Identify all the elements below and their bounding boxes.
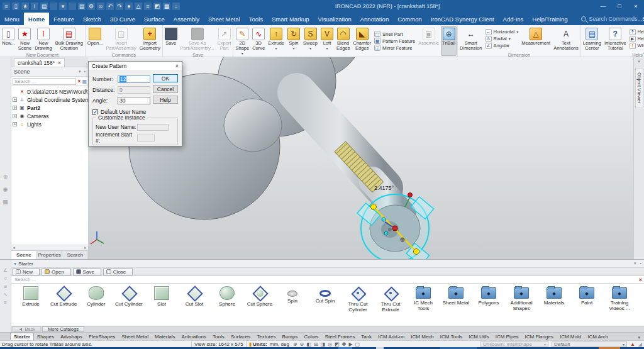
help-topics--button[interactable]: Help Topics... bbox=[630, 29, 644, 35]
dock-pin-icon[interactable]: ▾ bbox=[638, 59, 640, 64]
tree-item-cameras[interactable]: +◉Cameras bbox=[13, 112, 88, 120]
pan-icon[interactable]: ✚ bbox=[342, 341, 347, 347]
catalog-tab-icm-add-on[interactable]: ICM Add-on bbox=[375, 333, 408, 340]
expand-icon[interactable]: + bbox=[13, 106, 17, 110]
scene-pin-icon[interactable]: ▪ bbox=[84, 69, 86, 74]
menu-tab-tools[interactable]: Tools bbox=[245, 13, 267, 25]
export-part-button[interactable]: Export Part bbox=[216, 26, 233, 52]
select-mode-icon[interactable]: ▢ bbox=[355, 341, 360, 347]
save-as-part-assembly--button[interactable]: Save As Part/Assembly... bbox=[179, 26, 216, 52]
ok-button[interactable]: OK bbox=[153, 74, 178, 82]
menu-tab-3d-curve[interactable]: 3D Curve bbox=[106, 13, 140, 25]
spin-button[interactable]: Spin▾ bbox=[286, 26, 301, 56]
triball-button[interactable]: TriBall bbox=[441, 26, 457, 56]
angular-button[interactable]: Angular bbox=[486, 43, 519, 49]
maximize-icon[interactable]: □ bbox=[611, 0, 628, 13]
scene-search-clear-icon[interactable]: × bbox=[77, 78, 80, 84]
number-field[interactable]: 12 bbox=[118, 75, 150, 83]
catalog-tab-advshaps[interactable]: Advshaps bbox=[57, 333, 86, 340]
triball-handle[interactable] bbox=[371, 204, 377, 210]
object-viewer-tab[interactable]: Object Viewer bbox=[635, 68, 643, 108]
camera-mini-icon[interactable]: ◉ bbox=[3, 186, 8, 192]
help-button[interactable]: Help bbox=[153, 96, 178, 104]
app-menu-icon[interactable] bbox=[3, 3, 10, 10]
catalog-tab-icm-flanges[interactable]: ICM Flanges bbox=[522, 333, 557, 340]
layout-table-icon[interactable] bbox=[163, 3, 170, 10]
visibility-dropdown-icon[interactable]: ◎ bbox=[328, 341, 332, 347]
chamfer-edges-button[interactable]: Chamfer Edges bbox=[352, 26, 372, 56]
measurement-button[interactable]: Measurement bbox=[520, 26, 552, 52]
open--button[interactable]: Open... bbox=[86, 26, 104, 52]
scene-tab-properties[interactable]: Properties bbox=[37, 251, 63, 259]
new-scene-button[interactable]: New Scene bbox=[17, 26, 33, 52]
catalog-item-slot[interactable]: Slot bbox=[146, 286, 177, 307]
catalog-item-training-videos-[interactable]: Training Videos ... bbox=[604, 286, 635, 311]
catalog-item-cut-cylinder[interactable]: Cut Cylinder bbox=[113, 286, 145, 307]
link-icon[interactable] bbox=[97, 3, 104, 10]
menu-tab-common[interactable]: Common bbox=[393, 13, 426, 25]
mirror-feature-button[interactable]: Mirror Feature bbox=[374, 45, 415, 51]
expand-icon[interactable]: + bbox=[13, 114, 17, 118]
catalog-tab-icm-utils[interactable]: ICM Utils bbox=[465, 333, 492, 340]
render-style-dropdown[interactable]: Default▾ bbox=[552, 341, 627, 347]
menu-tab-sheet-metal[interactable]: Sheet Metal bbox=[204, 13, 245, 25]
catalog-tab-icm-pipes[interactable]: ICM Pipes bbox=[492, 333, 522, 340]
catalog-new-button[interactable]: New bbox=[13, 269, 40, 275]
open-icon[interactable] bbox=[50, 3, 57, 10]
interactive-tutorial-button[interactable]: Interactive Tutorial bbox=[603, 26, 628, 52]
catalog-item-additional-shapes[interactable]: Additional Shapes bbox=[506, 286, 537, 311]
3d-curve-button[interactable]: 3D Curve bbox=[251, 26, 266, 56]
open-recent-icon[interactable] bbox=[59, 3, 67, 10]
catalog-tab-tools[interactable]: Tools bbox=[209, 333, 228, 340]
catalog-tab-animations[interactable]: Animations bbox=[178, 333, 209, 340]
catalog-item-polygons[interactable]: Polygons bbox=[473, 286, 504, 306]
radial-button[interactable]: Radial▾ bbox=[486, 36, 519, 42]
catalog-close-button[interactable]: Close bbox=[103, 269, 133, 275]
catalog-tab-steel-frames[interactable]: Steel Frames bbox=[322, 333, 358, 340]
new--button[interactable]: New... bbox=[1, 26, 16, 52]
scene-tab-scene[interactable]: Scene bbox=[11, 251, 37, 259]
catalog-back-button[interactable]: ◄Back bbox=[13, 326, 41, 332]
catalog-item-cut-slot[interactable]: Cut Slot bbox=[179, 286, 210, 307]
catalog-tab-starter[interactable]: Starter bbox=[10, 333, 34, 340]
scene-tab-search[interactable]: Search bbox=[62, 251, 88, 259]
catalog-item-thru-cut-cylinder[interactable]: Thru Cut Cylinder bbox=[342, 286, 374, 313]
tree-item-part2[interactable]: +▣Part2 bbox=[13, 104, 88, 112]
help-tutorials-button[interactable]: Help Tutorials bbox=[630, 36, 644, 42]
menu-tab-ironcad-synergy-client[interactable]: IronCAD Synergy Client bbox=[426, 13, 499, 25]
tree-item-lights[interactable]: +☼Lights bbox=[13, 120, 88, 128]
save-icon[interactable] bbox=[69, 3, 76, 10]
diameter-tool-icon[interactable]: ⌀ bbox=[4, 284, 7, 289]
menu-tab-sketch[interactable]: Sketch bbox=[79, 13, 106, 25]
pattern-feature-button[interactable]: Pattern Feature bbox=[374, 38, 415, 44]
catalog-item-ic-mech-tools[interactable]: IC Mech Tools bbox=[408, 286, 439, 311]
menu-tab-smart-markup[interactable]: Smart Markup bbox=[267, 13, 314, 25]
print-icon[interactable] bbox=[78, 3, 86, 10]
what-s-new-button[interactable]: What's New bbox=[630, 43, 644, 49]
catalog-tab-textures[interactable]: Textures bbox=[253, 333, 279, 340]
tree-item-global-coordinat[interactable]: +⊥Global Coordinate System bbox=[13, 96, 88, 104]
blend-edges-button[interactable]: Blend Edges bbox=[335, 26, 351, 56]
catalog-tab-icm-mold[interactable]: ICM Mold bbox=[557, 333, 584, 340]
catalog-tab-bumps[interactable]: Bumps bbox=[279, 333, 301, 340]
loft-button[interactable]: Loft▾ bbox=[319, 26, 335, 56]
sweep-button[interactable]: Sweep▾ bbox=[302, 26, 319, 56]
document-tab[interactable]: crankshaft 158* × bbox=[14, 58, 65, 67]
paint-dropdown-icon[interactable]: ◨ bbox=[321, 341, 326, 347]
menu-tab-add-ins[interactable]: Add-Ins bbox=[499, 13, 528, 25]
catalog-search-input[interactable] bbox=[13, 277, 639, 283]
catalog-close-icon[interactable]: × bbox=[639, 277, 642, 283]
command-search[interactable]: Search Commands... bbox=[581, 13, 643, 25]
menu-tab-assembly[interactable]: Assembly bbox=[169, 13, 204, 25]
more-catalogs-button[interactable]: More Catalogs bbox=[42, 326, 84, 332]
menu-tab-menu[interactable]: Menu bbox=[0, 13, 24, 25]
measure-icon[interactable] bbox=[135, 3, 142, 10]
catalog-tab-materials[interactable]: Materials bbox=[152, 333, 178, 340]
menu-tab-visualization[interactable]: Visualization bbox=[314, 13, 356, 25]
pointer-icon[interactable]: ▶ bbox=[348, 341, 352, 347]
resize-grip[interactable]: ◢ bbox=[638, 341, 642, 347]
close-icon[interactable]: × bbox=[628, 0, 644, 13]
redo-icon[interactable] bbox=[116, 3, 123, 10]
bom-list-icon[interactable] bbox=[144, 3, 152, 10]
triball-mini-icon[interactable]: ⊕ bbox=[3, 174, 8, 180]
